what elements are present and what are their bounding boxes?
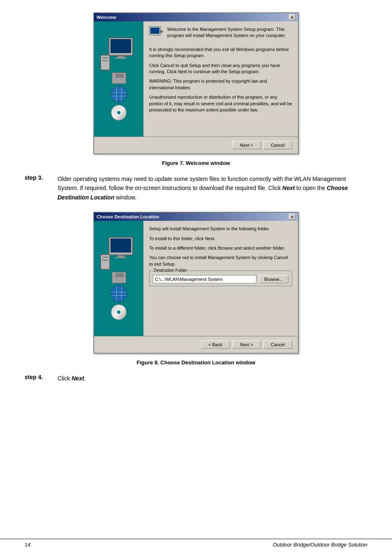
welcome-dialog-body: Welcome to the Management System Setup p… bbox=[94, 21, 298, 137]
step4-text: Click bbox=[58, 375, 70, 382]
warning-text1: WARNING: This program is protected by co… bbox=[149, 78, 292, 91]
step3-label: step 3. bbox=[25, 174, 49, 202]
step3-text2: to open the bbox=[296, 185, 325, 191]
step4-text2: . bbox=[84, 375, 86, 382]
dest-close-button[interactable]: × bbox=[289, 214, 295, 220]
step3-next-italic: Next bbox=[282, 185, 295, 191]
welcome-close-button[interactable]: × bbox=[289, 14, 295, 20]
welcome-dialog: Welcome × bbox=[93, 12, 299, 154]
floppy-icon bbox=[112, 72, 126, 84]
dest-floppy-icon bbox=[112, 272, 126, 283]
welcome-dialog-titlebar: Welcome × bbox=[94, 13, 298, 21]
dest-cd-icon bbox=[111, 304, 127, 320]
monitor-screen bbox=[111, 39, 131, 53]
welcome-text1: Welcome to the Management System Setup p… bbox=[167, 26, 292, 39]
page-footer: 14 Outdoor Bridge/Outdoor Bridge Solutio… bbox=[0, 539, 392, 548]
welcome-text2: It is strongly recommended that you exit… bbox=[149, 46, 292, 59]
dest-folder-row: Browse... bbox=[153, 275, 288, 283]
welcome-cancel-button[interactable]: Cancel bbox=[263, 141, 292, 149]
dest-folder-input[interactable] bbox=[153, 275, 256, 283]
welcome-dialog-content: Welcome to the Management System Setup p… bbox=[143, 21, 298, 137]
dest-cancel-button[interactable]: Cancel bbox=[263, 341, 292, 349]
dest-next-button[interactable]: Next > bbox=[232, 341, 261, 349]
page: Welcome × bbox=[0, 0, 392, 556]
cpu bbox=[100, 55, 110, 70]
dest-computer-illustration bbox=[100, 237, 137, 270]
globe-icon bbox=[111, 86, 127, 102]
dest-dialog-content: Setup will install Management System in … bbox=[143, 221, 298, 336]
warning-text2: Unauthorized reproduction or distributio… bbox=[149, 94, 292, 113]
step3-text3: window. bbox=[116, 194, 136, 201]
page-number: 14 bbox=[25, 542, 30, 548]
dest-dialog-title: Choose Destination Location bbox=[97, 214, 159, 219]
dest-globe-icon bbox=[111, 285, 127, 302]
computer-illustration bbox=[100, 37, 137, 70]
cd-icon bbox=[111, 105, 127, 120]
dest-dialog: Choose Destination Location × bbox=[93, 212, 299, 354]
browse-button[interactable]: Browse... bbox=[259, 275, 288, 283]
step3-content: Older operating systems may need to upda… bbox=[58, 174, 367, 202]
dest-text2: To install to this folder, click Next. bbox=[149, 236, 292, 242]
step4-content: Click Next. bbox=[58, 374, 85, 383]
dest-folder-label: Destination Folder bbox=[153, 268, 188, 273]
welcome-text3: Click Cancel to quit Setup and then clos… bbox=[149, 63, 292, 75]
step3-row: step 3. Older operating systems may need… bbox=[25, 174, 367, 202]
step4-next-italic: Next bbox=[71, 375, 84, 382]
dest-text1: Setup will install Management System in … bbox=[149, 226, 292, 232]
figure8-caption: Figure 8. Choose Destination Location wi… bbox=[25, 359, 367, 366]
dest-text3: To install to a different folder, click … bbox=[149, 245, 292, 251]
welcome-dialog-title: Welcome bbox=[97, 15, 116, 20]
monitor bbox=[108, 37, 133, 56]
dest-text4: You can choose not to install Management… bbox=[149, 255, 292, 267]
step4-label: step 4. bbox=[25, 374, 49, 383]
dest-back-button[interactable]: < Back bbox=[201, 341, 230, 349]
dest-dialog-body: Setup will install Management System in … bbox=[94, 221, 298, 336]
figure7-caption: Figure 7. Welcome window bbox=[25, 160, 367, 166]
dest-dialog-footer: < Back Next > Cancel bbox=[94, 336, 298, 353]
step4-row: step 4. Click Next. bbox=[25, 374, 367, 383]
welcome-dialog-footer: Next > Cancel bbox=[94, 137, 298, 153]
dest-folder-group: Destination Folder Browse... bbox=[149, 271, 292, 286]
dest-dialog-titlebar: Choose Destination Location × bbox=[94, 213, 298, 221]
product-name: Outdoor Bridge/Outdoor Bridge Solution bbox=[272, 542, 367, 548]
dest-dialog-sidebar bbox=[94, 221, 143, 336]
welcome-dialog-sidebar bbox=[94, 21, 143, 137]
welcome-next-button[interactable]: Next > bbox=[232, 141, 261, 149]
setup-icon bbox=[149, 26, 162, 42]
